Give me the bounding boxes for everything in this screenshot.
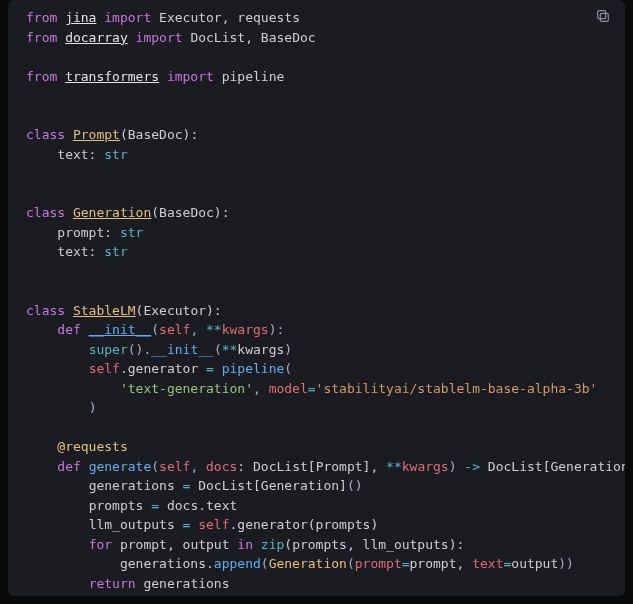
kwarg-prompt: prompt [355, 556, 402, 571]
paren: ( [151, 322, 159, 337]
keyword-class: class [26, 303, 73, 318]
class-stablelm: StableLM [73, 303, 136, 318]
indent [26, 147, 57, 162]
param-kwargs: kwargs [222, 322, 269, 337]
equals: = [402, 556, 410, 571]
indent [26, 342, 89, 357]
indent [26, 576, 89, 591]
equals: = [206, 361, 222, 376]
self-ref: self [89, 361, 120, 376]
param-docs: docs [206, 459, 237, 474]
kwarg-model: model [269, 381, 308, 396]
field-name: text: [57, 147, 104, 162]
arrow: -> [464, 459, 487, 474]
fn-pipeline: pipeline [222, 361, 285, 376]
equals: = [308, 381, 316, 396]
method-generate: generate [89, 459, 152, 474]
module-docarray: docarray [65, 30, 128, 45]
copy-button[interactable] [595, 8, 615, 28]
keyword-def: def [57, 322, 88, 337]
method-init-call: __init__ [151, 342, 214, 357]
indent [26, 517, 89, 532]
kwarg-text: text [472, 556, 503, 571]
class-generation-ctor: Generation [269, 556, 347, 571]
type-str: str [104, 147, 127, 162]
svg-rect-0 [600, 13, 608, 21]
expr-docs-text: docs.text [167, 498, 237, 513]
indent [26, 498, 89, 513]
keyword-return: return [89, 576, 144, 591]
paren-colon: ): [269, 322, 285, 337]
keyword-import: import [159, 69, 222, 84]
method-init: __init__ [89, 322, 152, 337]
keyword-import: import [128, 30, 191, 45]
keyword-from: from [26, 69, 65, 84]
decorator-requests: @requests [57, 439, 127, 454]
indent [26, 361, 89, 376]
type-str: str [104, 244, 127, 259]
indent [26, 381, 120, 396]
punc: (). [128, 342, 151, 357]
paren: ( [284, 361, 292, 376]
code-block: from jina import Executor, requests from… [8, 0, 625, 596]
val-output: output [511, 556, 558, 571]
var-prompts: prompts [89, 498, 152, 513]
keyword-class: class [26, 205, 73, 220]
call-generator: .generator(prompts) [230, 517, 379, 532]
equals: = [151, 498, 167, 513]
keyword-from: from [26, 30, 65, 45]
star-star: ** [222, 342, 238, 357]
param-self: self [159, 322, 190, 337]
class-bases: (Executor): [136, 303, 222, 318]
star-star: ** [386, 459, 402, 474]
code-content: from jina import Executor, requests from… [26, 8, 625, 593]
field-name: prompt: [57, 225, 120, 240]
string-text-generation: 'text-generation' [120, 381, 253, 396]
arg-kwargs: kwargs [237, 342, 284, 357]
loop-vars: prompt, output [120, 537, 237, 552]
keyword-class: class [26, 127, 73, 142]
type-str: str [120, 225, 143, 240]
indent [26, 244, 57, 259]
doclist-ctor: DocList[Generation] [198, 478, 347, 493]
return-type: DocList[Generation]: [488, 459, 625, 474]
type-annotation: : DocList[Prompt], [237, 459, 386, 474]
super-call: super [89, 342, 128, 357]
self-ref: self [198, 517, 229, 532]
equals: = [183, 478, 199, 493]
paren: ( [214, 342, 222, 357]
zip-args: (prompts, llm_outputs): [284, 537, 464, 552]
indent [26, 400, 89, 415]
param-self: self [159, 459, 190, 474]
builtin-zip: zip [261, 537, 284, 552]
method-append: append [214, 556, 261, 571]
string-model-id: 'stabilityai/stablelm-base-alpha-3b' [316, 381, 598, 396]
var-generations: generations [89, 478, 183, 493]
paren: ) [89, 400, 97, 415]
comma: , [253, 381, 269, 396]
paren: ( [347, 556, 355, 571]
class-bases: (BaseDoc): [120, 127, 198, 142]
indent [26, 537, 89, 552]
generations-dot: generations. [120, 556, 214, 571]
comma: , [190, 322, 206, 337]
field-name: text: [57, 244, 104, 259]
call-parens: () [347, 478, 363, 493]
equals: = [183, 517, 199, 532]
paren-close: )) [558, 556, 574, 571]
val-prompt: prompt, [410, 556, 473, 571]
import-symbols: Executor, requests [159, 10, 300, 25]
paren: ( [261, 556, 269, 571]
class-generation: Generation [73, 205, 151, 220]
indent [26, 322, 57, 337]
keyword-from: from [26, 10, 65, 25]
var-llm-outputs: llm_outputs [89, 517, 183, 532]
keyword-import: import [96, 10, 159, 25]
comma: , [190, 459, 206, 474]
import-symbols: pipeline [222, 69, 285, 84]
module-transformers: transformers [65, 69, 159, 84]
attr-generator: .generator [120, 361, 206, 376]
indent [26, 459, 57, 474]
keyword-def: def [57, 459, 88, 474]
import-symbols: DocList, BaseDoc [190, 30, 315, 45]
